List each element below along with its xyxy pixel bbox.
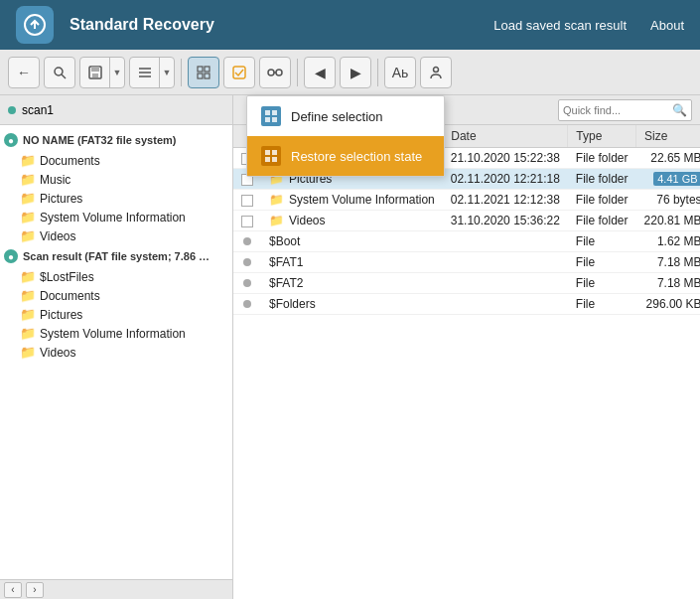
volume-1-status: ● bbox=[4, 133, 18, 147]
load-scan-link[interactable]: Load saved scan result bbox=[493, 18, 627, 33]
back-button[interactable]: ← bbox=[8, 57, 40, 88]
file-type: File folder bbox=[568, 169, 636, 190]
file-type: File bbox=[568, 273, 636, 294]
file-size: 7.18 MB bbox=[636, 273, 700, 294]
nav-prev[interactable]: ‹ bbox=[4, 582, 22, 598]
file-type: File folder bbox=[568, 148, 636, 169]
svg-rect-21 bbox=[272, 117, 277, 122]
file-name: $FAT2 bbox=[261, 273, 443, 294]
sidebar-item-sysvolinfo-2[interactable]: 📁 System Volume Information bbox=[0, 324, 232, 343]
file-dot bbox=[243, 237, 251, 245]
col-size: Size bbox=[636, 125, 700, 148]
separator-2 bbox=[297, 59, 298, 86]
sidebar-item-documents-1[interactable]: 📁 Documents bbox=[0, 151, 232, 170]
search-input[interactable] bbox=[563, 104, 672, 116]
file-checkbox[interactable] bbox=[241, 216, 253, 227]
folder-icon: 📁 bbox=[20, 210, 36, 225]
volume-2-status: ● bbox=[4, 249, 18, 263]
table-row[interactable]: $FAT1File7.18 MB bbox=[233, 252, 700, 273]
search-icon: 🔍 bbox=[672, 103, 687, 117]
app-logo bbox=[16, 6, 54, 44]
folder-icon: 📁 bbox=[20, 269, 36, 284]
scan-dot bbox=[8, 106, 16, 114]
save-split-button[interactable]: ▼ bbox=[79, 57, 125, 88]
table-row[interactable]: $FAT2File7.18 MB bbox=[233, 273, 700, 294]
folder-icon: 📁 bbox=[20, 288, 36, 303]
user-button[interactable] bbox=[420, 57, 452, 88]
file-date bbox=[443, 294, 568, 315]
header-nav: Load saved scan result About bbox=[493, 18, 684, 33]
define-selection-item[interactable]: Define selection bbox=[247, 96, 444, 136]
file-type: File folder bbox=[568, 190, 636, 211]
restore-selection-icon bbox=[261, 146, 281, 166]
svg-rect-12 bbox=[205, 74, 210, 78]
file-name: $FAT1 bbox=[261, 252, 443, 273]
file-date bbox=[443, 231, 568, 252]
file-dot bbox=[243, 258, 251, 266]
dropdown-menu: Define selection Restore selection state bbox=[246, 95, 445, 177]
table-row[interactable]: 📁Videos31.10.2020 15:36:22File folder220… bbox=[233, 211, 700, 231]
file-size: 7.18 MB bbox=[636, 252, 700, 273]
sidebar-item-pictures-1[interactable]: 📁 Pictures bbox=[0, 189, 232, 208]
file-date bbox=[443, 252, 568, 273]
about-link[interactable]: About bbox=[650, 18, 684, 33]
col-type: Type bbox=[568, 125, 636, 148]
svg-rect-23 bbox=[272, 150, 277, 155]
restore-selection-item[interactable]: Restore selection state bbox=[247, 136, 444, 176]
sidebar: scan1 ● NO NAME (FAT32 file system) 📁 Do… bbox=[0, 95, 233, 599]
col-date: Date bbox=[443, 125, 568, 148]
save-arrow[interactable]: ▼ bbox=[110, 58, 124, 87]
next-button[interactable]: ▶ bbox=[340, 57, 371, 88]
svg-rect-9 bbox=[198, 67, 203, 72]
svg-rect-25 bbox=[272, 157, 277, 162]
file-date: 21.10.2020 15:22:38 bbox=[443, 148, 568, 169]
svg-point-17 bbox=[434, 67, 439, 72]
sidebar-item-pictures-2[interactable]: 📁 Pictures bbox=[0, 305, 232, 324]
file-date: 02.11.2020 12:21:18 bbox=[443, 169, 568, 190]
sidebar-item-videos-2[interactable]: 📁 Videos bbox=[0, 343, 232, 362]
nav-next[interactable]: › bbox=[26, 582, 44, 598]
grid-button[interactable] bbox=[188, 57, 219, 88]
svg-rect-24 bbox=[265, 157, 270, 162]
file-size: 220.81 MB bbox=[636, 211, 700, 231]
svg-point-1 bbox=[55, 68, 63, 75]
sidebar-item-documents-2[interactable]: 📁 Documents bbox=[0, 286, 232, 305]
table-row[interactable]: 📁System Volume Information02.11.2021 12:… bbox=[233, 190, 700, 211]
sidebar-item-sysvolinfo-1[interactable]: 📁 System Volume Information bbox=[0, 208, 232, 226]
app-title: Standard Recovery bbox=[70, 16, 478, 34]
binoculars-button[interactable] bbox=[259, 57, 291, 88]
list-split-button[interactable]: ▼ bbox=[129, 57, 175, 88]
table-row[interactable]: $FoldersFile296.00 KB bbox=[233, 294, 700, 315]
text-button[interactable]: Aь bbox=[384, 57, 416, 88]
folder-icon: 📁 bbox=[20, 228, 36, 243]
volume-1-name: NO NAME (FAT32 file system) bbox=[23, 134, 176, 146]
svg-rect-20 bbox=[265, 117, 270, 122]
toolbar: ← ▼ ▼ ◀ ▶ Aь Define selection bbox=[0, 50, 700, 95]
sidebar-item-music-1[interactable]: 📁 Music bbox=[0, 170, 232, 189]
volume-1-label[interactable]: ● NO NAME (FAT32 file system) bbox=[0, 129, 232, 151]
sidebar-item-lostfiles[interactable]: 📁 $LostFiles bbox=[0, 267, 232, 286]
folder-icon: 📁 bbox=[20, 307, 36, 322]
file-type: File bbox=[568, 294, 636, 315]
search-box[interactable]: 🔍 bbox=[558, 99, 692, 121]
folder-icon: 📁 bbox=[20, 326, 36, 341]
sidebar-item-videos-1[interactable]: 📁 Videos bbox=[0, 226, 232, 245]
svg-rect-13 bbox=[233, 67, 245, 78]
search-button[interactable] bbox=[44, 57, 75, 88]
file-name: $Folders bbox=[261, 294, 443, 315]
folder-icon: 📁 bbox=[20, 153, 36, 168]
save-main bbox=[80, 58, 110, 87]
svg-line-2 bbox=[62, 75, 66, 78]
file-date: 31.10.2020 15:36:22 bbox=[443, 211, 568, 231]
list-arrow[interactable]: ▼ bbox=[160, 58, 174, 87]
file-size: 296.00 KB bbox=[636, 294, 700, 315]
svg-rect-22 bbox=[265, 150, 270, 155]
prev-button[interactable]: ◀ bbox=[304, 57, 336, 88]
folder-icon: 📁 bbox=[20, 345, 36, 360]
table-row[interactable]: $BootFile1.62 MB bbox=[233, 231, 700, 252]
file-size: 76 bytes bbox=[636, 190, 700, 211]
volume-2-label[interactable]: ● Scan result (FAT file system; 7.86 GB … bbox=[0, 245, 232, 267]
check-button[interactable] bbox=[223, 57, 255, 88]
file-checkbox[interactable] bbox=[241, 195, 253, 207]
file-name: 📁Videos bbox=[261, 211, 443, 231]
